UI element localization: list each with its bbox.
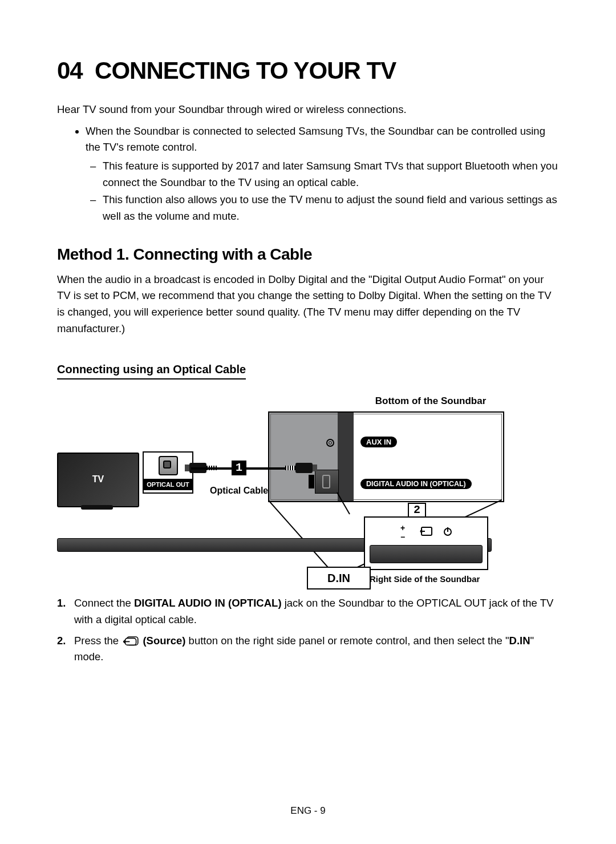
digital-audio-in-jack-icon xyxy=(315,470,339,494)
diagram-top-label: Bottom of the Soundbar xyxy=(302,395,559,407)
diagram-right-label: Right Side of the Soundbar xyxy=(370,574,480,584)
intro-text: Hear TV sound from your Soundbar through… xyxy=(57,102,559,118)
optical-port-icon xyxy=(159,456,178,475)
method1-heading: Method 1. Connecting with a Cable xyxy=(57,245,559,264)
sub-heading: Connecting using an Optical Cable xyxy=(57,363,246,379)
side-buttons-icons: +− xyxy=(365,523,487,539)
optical-out-label: OPTICAL OUT xyxy=(144,479,192,490)
source-icon xyxy=(418,526,434,538)
dash-item: This function also allows you to use the… xyxy=(103,192,559,224)
tv-stand xyxy=(81,505,113,510)
procedure-steps: Connect the DIGITAL AUDIO IN (OPTICAL) j… xyxy=(57,595,559,665)
digital-audio-in-label: DIGITAL AUDIO IN (OPTICAL) xyxy=(360,479,472,489)
optical-out-callout: OPTICAL OUT xyxy=(143,451,193,494)
aux-in-label: AUX IN xyxy=(360,437,397,447)
method1-paragraph: When the audio in a broadcast is encoded… xyxy=(57,272,559,337)
tv-icon: TV xyxy=(57,453,139,507)
section-heading: 04 CONNECTING TO YOUR TV xyxy=(57,57,559,84)
soundbar-bottom-panel: AUX IN DIGITAL AUDIO IN (OPTICAL) xyxy=(268,411,504,502)
tv-label: TV xyxy=(58,474,138,484)
step-1: Connect the DIGITAL AUDIO IN (OPTICAL) j… xyxy=(74,595,559,628)
soundbar-right-side-zoom: +− xyxy=(364,516,488,570)
power-icon xyxy=(443,526,453,538)
callout-number-1: 1 xyxy=(232,461,246,475)
dash-item: This feature is supported by 2017 and la… xyxy=(103,158,559,191)
source-icon xyxy=(121,636,140,647)
connection-diagram: Bottom of the Soundbar AUX IN DIGITAL AU… xyxy=(57,395,559,589)
intro-bullets: When the Soundbar is connected to select… xyxy=(57,123,559,225)
svg-text:−: − xyxy=(400,532,410,540)
bullet-item: When the Soundbar is connected to select… xyxy=(86,123,559,225)
svg-text:+: + xyxy=(400,524,410,532)
step-2: Press the (Source) button on the right s… xyxy=(74,633,559,665)
page-footer: ENG - 9 xyxy=(0,805,616,817)
cable-plug-icon xyxy=(285,459,313,476)
optical-cable-label: Optical Cable xyxy=(210,486,268,496)
din-display: D.IN xyxy=(307,567,371,589)
